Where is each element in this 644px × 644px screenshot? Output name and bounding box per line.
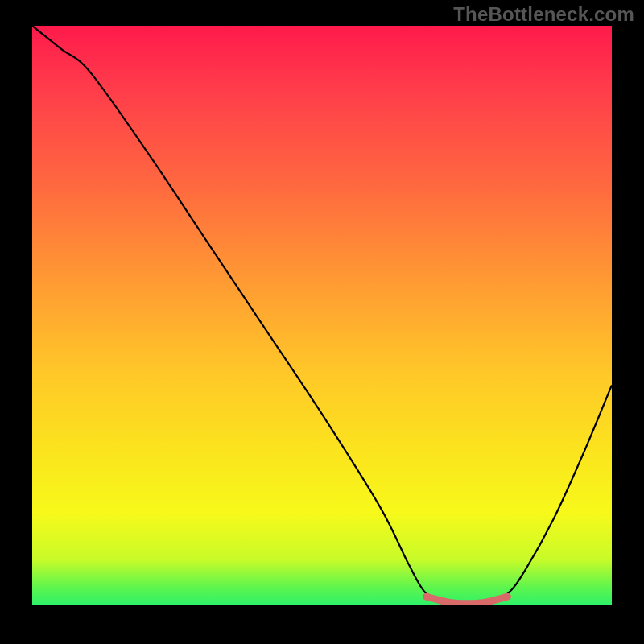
bottleneck-curve (32, 26, 612, 605)
curve-layer (32, 26, 612, 605)
plot-area (32, 26, 612, 605)
chart-frame: TheBottleneck.com (0, 0, 644, 644)
watermark-text: TheBottleneck.com (453, 3, 634, 26)
optimal-band (427, 597, 508, 604)
